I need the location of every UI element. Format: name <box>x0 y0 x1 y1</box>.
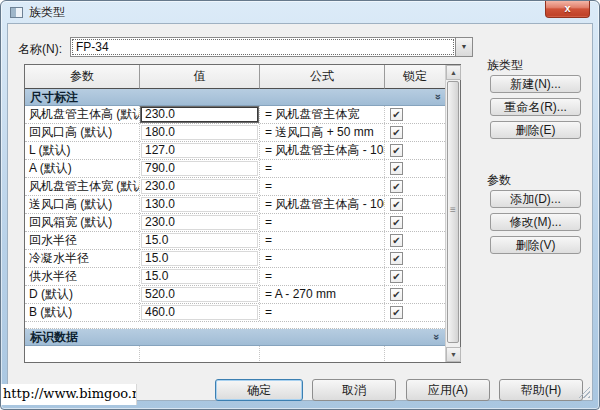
delete-param-button[interactable]: 删除(V) <box>490 236 581 254</box>
lock-checkbox[interactable]: ✔ <box>390 162 403 175</box>
param-value-input[interactable]: 180.0 <box>141 125 258 140</box>
param-name-cell: 供水半径 <box>25 268 140 285</box>
lock-checkbox[interactable]: ✔ <box>390 108 403 121</box>
param-formula-cell[interactable]: = 风机盘管主体高 - 103 <box>260 142 385 159</box>
title-bar[interactable]: 族类型 <box>1 1 599 23</box>
rename-type-button[interactable]: 重命名(R)... <box>490 98 581 116</box>
modify-param-button[interactable]: 修改(M)... <box>490 213 581 231</box>
param-value-input[interactable]: 15.0 <box>141 233 258 248</box>
expand-icon[interactable]: » <box>432 334 442 340</box>
parameters-table: 参数 值 公式 锁定 尺寸标注«风机盘管主体高 (默认)230.0= 风机盘管主… <box>24 64 461 363</box>
table-row[interactable]: 风机盘管主体宽 (默认)230.0=✔ <box>25 178 445 196</box>
lock-checkbox[interactable]: ✔ <box>390 234 403 247</box>
table-row[interactable]: 送风口高 (默认)130.0= 风机盘管主体高 - 100✔ <box>25 196 445 214</box>
close-button[interactable]: x <box>545 1 590 18</box>
scroll-down-icon[interactable]: ▼ <box>446 347 461 362</box>
param-value-cell: 180.0 <box>140 124 260 141</box>
table-row[interactable]: L (默认)127.0= 风机盘管主体高 - 103✔ <box>25 142 445 160</box>
table-row[interactable]: 供水半径15.0=✔ <box>25 268 445 286</box>
name-label: 名称(N): <box>18 41 62 58</box>
type-name-combobox[interactable]: FP-34 ▼ <box>70 37 473 57</box>
cancel-button[interactable]: 取消 <box>312 379 396 401</box>
table-header-row: 参数 值 公式 锁定 <box>25 65 445 89</box>
param-formula-cell[interactable]: = <box>260 232 385 249</box>
param-lock-cell: ✔ <box>385 142 445 159</box>
param-value-cell: 15.0 <box>140 250 260 267</box>
param-value-cell: 15.0 <box>140 232 260 249</box>
lock-checkbox[interactable]: ✔ <box>390 198 403 211</box>
param-value-input[interactable]: 230.0 <box>141 179 258 194</box>
lock-checkbox[interactable]: ✔ <box>390 180 403 193</box>
lock-checkbox[interactable]: ✔ <box>390 216 403 229</box>
param-formula-cell[interactable]: = <box>260 214 385 231</box>
table-row[interactable]: 冷凝水半径15.0=✔ <box>25 250 445 268</box>
table-row[interactable]: D (默认)520.0= A - 270 mm✔ <box>25 286 445 304</box>
collapse-icon[interactable]: « <box>432 94 442 100</box>
param-value-input[interactable]: 130.0 <box>141 197 258 212</box>
param-value-cell: 15.0 <box>140 268 260 285</box>
param-name-cell: 冷凝水半径 <box>25 250 140 267</box>
scrollbar-thumb[interactable] <box>447 81 459 343</box>
param-formula-cell[interactable]: = 风机盘管主体高 - 100 <box>260 196 385 213</box>
apply-button[interactable]: 应用(A) <box>406 379 490 401</box>
watermark-text: http://www.bimgoo.net <box>1 384 137 405</box>
group-header-dimensions[interactable]: 尺寸标注« <box>25 89 445 106</box>
new-type-button[interactable]: 新建(N)... <box>490 75 581 93</box>
group-header-label: 尺寸标注 <box>30 89 78 106</box>
add-param-button[interactable]: 添加(D)... <box>490 190 581 208</box>
param-name-cell: 送风口高 (默认) <box>25 196 140 213</box>
param-name-cell: A (默认) <box>25 160 140 177</box>
param-formula-cell[interactable]: = <box>260 268 385 285</box>
table-row[interactable]: B (默认)460.0=✔ <box>25 304 445 322</box>
resize-grip[interactable] <box>578 386 590 398</box>
type-name-value[interactable]: FP-34 <box>72 39 454 55</box>
table-row[interactable]: 回风箱宽 (默认)230.0=✔ <box>25 214 445 232</box>
param-value-cell: 230.0 <box>140 106 260 123</box>
param-name-cell: 风机盘管主体高 (默认) <box>25 106 140 123</box>
param-name-cell: 回风箱宽 (默认) <box>25 214 140 231</box>
param-formula-cell[interactable]: = <box>260 160 385 177</box>
chevron-down-icon[interactable]: ▼ <box>455 38 472 56</box>
help-button[interactable]: 帮助(H) <box>499 379 583 401</box>
group-header-identity-data[interactable]: 标识数据» <box>25 329 445 346</box>
lock-checkbox[interactable]: ✔ <box>390 144 403 157</box>
vertical-scrollbar[interactable]: ▲ ▼ <box>445 65 460 362</box>
param-lock-cell: ✔ <box>385 304 445 321</box>
table-row[interactable]: 风机盘管主体高 (默认)230.0= 风机盘管主体宽✔ <box>25 106 445 124</box>
delete-type-button[interactable]: 删除(E) <box>490 121 581 139</box>
header-formula: 公式 <box>260 65 385 89</box>
parameters-grid: 参数 值 公式 锁定 尺寸标注«风机盘管主体高 (默认)230.0= 风机盘管主… <box>25 65 445 362</box>
table-body: 尺寸标注«风机盘管主体高 (默认)230.0= 风机盘管主体宽✔回风口高 (默认… <box>25 89 445 362</box>
param-value-input[interactable]: 520.0 <box>141 287 258 302</box>
group-header-label: 标识数据 <box>30 329 78 346</box>
lock-checkbox[interactable]: ✔ <box>390 252 403 265</box>
param-value-input[interactable]: 460.0 <box>141 305 258 320</box>
dialog-icon <box>10 7 23 18</box>
param-value-input[interactable]: 15.0 <box>141 251 258 266</box>
param-name-cell: L (默认) <box>25 142 140 159</box>
param-formula-cell[interactable]: = A - 270 mm <box>260 286 385 303</box>
param-value-input[interactable]: 790.0 <box>141 161 258 176</box>
lock-checkbox[interactable]: ✔ <box>390 288 403 301</box>
param-formula-cell[interactable]: = 送风口高 + 50 mm <box>260 124 385 141</box>
lock-checkbox[interactable]: ✔ <box>390 126 403 139</box>
empty-cell <box>25 346 140 362</box>
param-value-cell: 460.0 <box>140 304 260 321</box>
param-formula-cell[interactable]: = <box>260 250 385 267</box>
param-value-input[interactable]: 15.0 <box>141 269 258 284</box>
param-formula-cell[interactable]: = <box>260 178 385 195</box>
scroll-up-icon[interactable]: ▲ <box>446 65 461 80</box>
lock-checkbox[interactable]: ✔ <box>390 270 403 283</box>
table-row[interactable]: 回风口高 (默认)180.0= 送风口高 + 50 mm✔ <box>25 124 445 142</box>
param-value-input[interactable]: 230.0 <box>141 215 258 230</box>
param-value-input[interactable]: 127.0 <box>141 143 258 158</box>
table-row[interactable]: A (默认)790.0=✔ <box>25 160 445 178</box>
param-formula-cell[interactable]: = 风机盘管主体宽 <box>260 106 385 123</box>
param-lock-cell: ✔ <box>385 124 445 141</box>
ok-button[interactable]: 确定 <box>215 379 303 401</box>
table-row[interactable]: 回水半径15.0=✔ <box>25 232 445 250</box>
param-formula-cell[interactable]: = <box>260 304 385 321</box>
lock-checkbox[interactable]: ✔ <box>390 306 403 319</box>
param-lock-cell: ✔ <box>385 106 445 123</box>
param-value-input[interactable]: 230.0 <box>141 107 258 122</box>
